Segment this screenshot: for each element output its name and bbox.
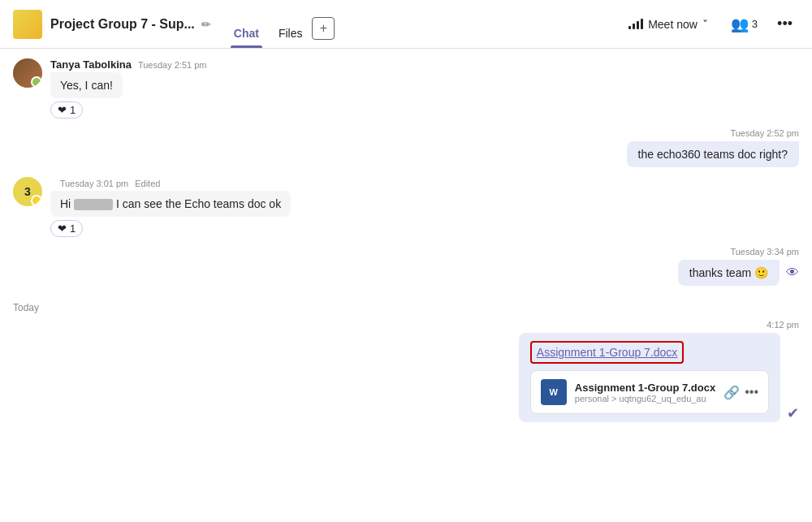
file-more-button[interactable]: •••	[745, 385, 758, 399]
message-group: Tanya Tabolkina Tuesday 2:51 pm Yes, I c…	[0, 55, 812, 122]
avatar-status-badge	[31, 195, 42, 206]
participants-button[interactable]: 👥 3	[724, 11, 764, 38]
message-meta: Tanya Tabolkina Tuesday 2:51 pm	[50, 58, 799, 71]
avatar: 3	[13, 177, 42, 206]
sender-name: Tanya Tabolkina	[50, 58, 132, 71]
message-bubble-right: thanks team 🙂	[678, 260, 780, 286]
tab-files[interactable]: Files	[269, 0, 313, 48]
message-time: 4:12 pm	[767, 320, 799, 330]
signal-icon	[628, 16, 643, 32]
avatar-status-badge	[31, 76, 42, 88]
seen-icon: 👁	[786, 265, 799, 280]
check-circle-icon: ✔	[787, 404, 799, 422]
heart-icon: ❤	[58, 222, 67, 235]
file-name: Assignment 1-Group 7.docx	[575, 382, 715, 394]
reaction-count: 1	[70, 222, 76, 235]
message-content: Tanya Tabolkina Tuesday 2:51 pm Yes, I c…	[50, 58, 799, 119]
header-actions: Meet now ˅ 👥 3 •••	[619, 11, 799, 38]
reaction-button[interactable]: ❤ 1	[50, 101, 83, 119]
meet-now-button[interactable]: Meet now ˅	[619, 11, 718, 37]
header: Project Group 7 - Sup... ✏ Chat Files + …	[0, 0, 812, 49]
message-time: Tuesday 3:01 pm	[60, 179, 129, 188]
message-meta: Tuesday 3:01 pm Edited	[50, 177, 799, 189]
group-title: Project Group 7 - Sup...	[50, 17, 195, 32]
reaction-button[interactable]: ❤ 1	[50, 220, 83, 237]
header-tabs: Chat Files +	[224, 0, 335, 48]
message-bubble: Hi I can see the Echo teams doc ok	[50, 191, 291, 217]
message-right: Tuesday 2:52 pm the echo360 teams doc ri…	[0, 125, 812, 170]
message-right-file: 4:12 pm Assignment 1-Group 7.docx W Assi…	[0, 317, 812, 425]
message-time: Tuesday 2:51 pm	[138, 60, 207, 70]
message-group: 3 Tuesday 3:01 pm Edited Hi I can see th…	[0, 174, 812, 240]
file-link[interactable]: Assignment 1-Group 7.docx	[530, 341, 685, 364]
message-bubble-right: the echo360 teams doc right?	[627, 141, 799, 167]
word-icon: W	[541, 379, 567, 405]
add-tab-button[interactable]: +	[312, 17, 335, 40]
sender-name	[50, 177, 54, 189]
message-right: Tuesday 3:34 pm thanks team 🙂 👁	[0, 244, 812, 289]
reaction-count: 1	[70, 104, 76, 116]
message-row: 3 Tuesday 3:01 pm Edited Hi I can see th…	[13, 177, 799, 237]
message-content: Tuesday 3:01 pm Edited Hi I can see the …	[50, 177, 799, 237]
avatar-label: 3	[24, 185, 31, 198]
message-bubble-row: thanks team 🙂 👁	[678, 260, 799, 286]
edit-icon[interactable]: ✏	[201, 18, 211, 31]
file-card: W Assignment 1-Group 7.docx personal > u…	[530, 370, 769, 414]
message-row: Tanya Tabolkina Tuesday 2:51 pm Yes, I c…	[13, 58, 799, 119]
date-divider: Today	[0, 292, 812, 317]
file-link-button[interactable]: 🔗	[723, 385, 740, 400]
avatar	[13, 58, 42, 88]
message-time: Tuesday 3:34 pm	[730, 247, 799, 257]
heart-icon: ❤	[58, 104, 67, 116]
file-path: personal > uqtngu62_uq_edu_au	[575, 394, 715, 403]
chat-area: Tanya Tabolkina Tuesday 2:51 pm Yes, I c…	[0, 49, 812, 522]
group-avatar	[13, 10, 42, 39]
chevron-down-icon: ˅	[702, 18, 708, 31]
message-time: Tuesday 2:52 pm	[730, 128, 799, 138]
file-link-bubble: Assignment 1-Group 7.docx W Assignment 1…	[519, 333, 780, 422]
tab-chat[interactable]: Chat	[224, 0, 269, 48]
file-info: Assignment 1-Group 7.docx personal > uqt…	[575, 382, 715, 403]
message-bubble: Yes, I can!	[50, 72, 123, 98]
more-options-button[interactable]: •••	[771, 11, 799, 37]
participants-icon: 👥	[731, 15, 749, 33]
edited-label: Edited	[135, 179, 160, 188]
file-actions: 🔗 •••	[723, 385, 758, 400]
